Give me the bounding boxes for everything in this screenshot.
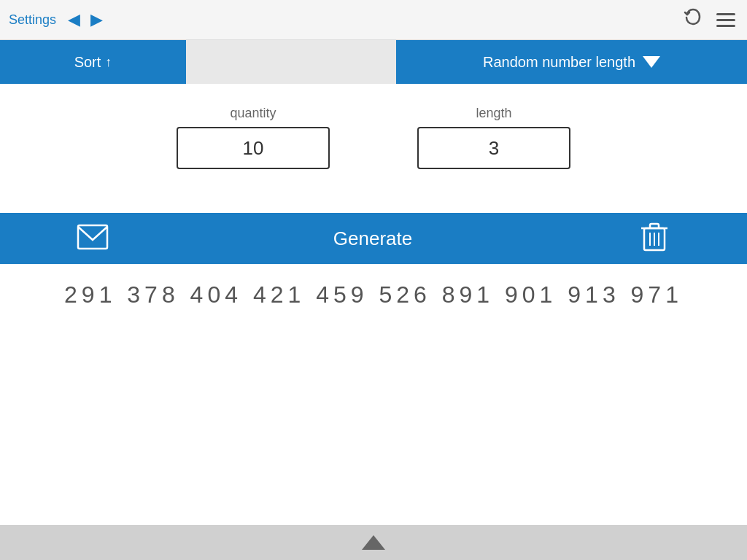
- chevron-down-icon: [643, 56, 660, 68]
- length-label: length: [476, 106, 511, 121]
- nav-back-button[interactable]: ◀: [68, 10, 80, 29]
- menu-line-1: [716, 13, 735, 15]
- results-area: 291 378 404 421 459 526 891 901 913 971: [0, 281, 747, 308]
- undo-button[interactable]: [683, 7, 703, 32]
- generate-label: Generate: [333, 228, 412, 250]
- menu-line-2: [716, 19, 735, 21]
- action-bar: Generate: [0, 213, 747, 264]
- bottom-bar[interactable]: [0, 525, 747, 560]
- tab-random-label: Random number length: [483, 54, 635, 71]
- menu-button[interactable]: [716, 13, 735, 27]
- content-area: quantity length: [0, 84, 747, 184]
- quantity-group: quantity: [177, 106, 330, 169]
- results-numbers: 291 378 404 421 459 526 891 901 913 971: [64, 281, 683, 308]
- quantity-input[interactable]: [177, 127, 330, 169]
- email-icon: [77, 224, 109, 253]
- length-group: length: [417, 106, 570, 169]
- top-nav: Settings ◀ ▶: [0, 0, 747, 40]
- tab-sort-label: Sort: [74, 54, 101, 71]
- tab-middle[interactable]: [186, 40, 396, 84]
- svg-rect-0: [78, 225, 107, 249]
- tab-bar: Sort ↑ Random number length: [0, 40, 747, 84]
- delete-button[interactable]: [561, 214, 747, 262]
- sort-arrow-icon: ↑: [105, 55, 112, 70]
- tab-random-number-length[interactable]: Random number length: [396, 40, 747, 84]
- email-button[interactable]: [0, 214, 186, 262]
- generate-button[interactable]: Generate: [186, 214, 561, 262]
- input-row: quantity length: [0, 106, 747, 169]
- length-input[interactable]: [417, 127, 570, 169]
- trash-icon: [641, 221, 667, 256]
- menu-line-3: [716, 25, 735, 27]
- settings-label: Settings: [9, 12, 56, 28]
- up-arrow-icon: [362, 535, 385, 550]
- nav-forward-button[interactable]: ▶: [90, 10, 103, 29]
- tab-sort[interactable]: Sort ↑: [0, 40, 186, 84]
- quantity-label: quantity: [230, 106, 276, 121]
